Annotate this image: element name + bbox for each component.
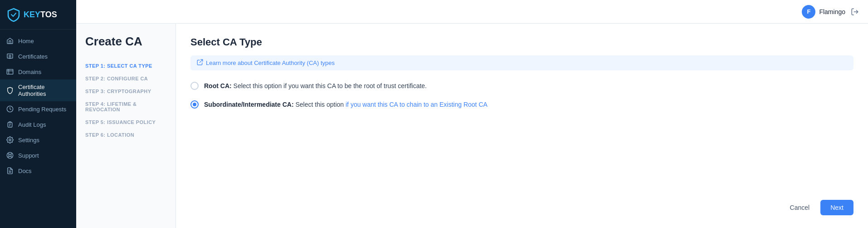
step-6: STEP 6: LOCATION [85,129,166,141]
svg-line-12 [8,153,9,154]
page-title: Create CA [85,35,166,49]
svg-line-15 [8,156,9,158]
form-panel: Select CA Type Learn more about Certific… [176,24,868,228]
sidebar-item-settings-label: Settings [18,137,39,144]
sidebar-item-certificate-authorities[interactable]: Certificate Authorities [0,79,76,101]
sidebar-item-settings[interactable]: Settings [0,132,76,148]
svg-point-11 [9,154,11,156]
sidebar-item-certificates[interactable]: Certificates [0,49,76,64]
radio-subordinate-bold: Subordinate/Intermediate CA: [204,101,294,108]
radio-group: Root CA: Select this option if you want … [190,81,853,191]
sidebar-item-certificates-label: Certificates [18,53,48,60]
svg-line-19 [200,59,203,63]
sidebar-item-audit-logs[interactable]: Audit Logs [0,117,76,132]
cancel-button[interactable]: Cancel [785,200,815,215]
svg-line-13 [11,156,12,158]
step-3: STEP 3: CRYPTOGRAPHY [85,85,166,98]
sidebar-item-home-label: Home [18,38,34,45]
svg-point-1 [9,55,11,57]
svg-rect-6 [9,122,11,123]
step-4: STEP 4: LIFETIME & REVOCATION [85,98,166,116]
svg-line-14 [11,153,12,154]
header: F Flamingo [76,0,868,24]
user-badge: F Flamingo [802,5,845,19]
radio-subordinate[interactable] [190,100,199,109]
radio-option-root[interactable]: Root CA: Select this option if you want … [190,81,853,91]
radio-root-text: Select this option if you want this CA t… [232,82,427,89]
sidebar-item-home[interactable]: Home [0,33,76,49]
radio-sub-highlight: if you want this CA to chain to an Exist… [346,101,488,108]
form-actions: Cancel Next [190,191,853,215]
svg-point-9 [9,139,11,141]
user-name: Flamingo [819,8,845,15]
sidebar-item-domains[interactable]: Domains [0,64,76,79]
step-2: STEP 2: CONFIGURE CA [85,72,166,85]
sidebar-item-pending-requests[interactable]: Pending Requests [0,101,76,117]
radio-option-subordinate[interactable]: Subordinate/Intermediate CA: Select this… [190,100,853,109]
radio-subordinate-label: Subordinate/Intermediate CA: Select this… [204,100,488,109]
next-button[interactable]: Next [820,200,853,215]
stepper-panel: Create CA STEP 1: SELECT CA TYPE STEP 2:… [76,24,176,228]
sidebar-item-audit-label: Audit Logs [18,121,46,128]
svg-rect-2 [7,69,13,74]
sidebar: KEYTOS Home Certificates Domains Certifi… [0,0,76,228]
step-1: STEP 1: SELECT CA TYPE [85,59,166,72]
sidebar-navigation: Home Certificates Domains Certificate Au… [0,30,76,228]
info-link-text: Learn more about Certificate Authority (… [206,59,335,66]
main-area: F Flamingo Create CA STEP 1: SELECT CA T… [76,0,868,228]
sidebar-item-domains-label: Domains [18,69,41,75]
avatar: F [802,5,815,19]
form-title: Select CA Type [190,36,853,48]
sidebar-item-ca-label: Certificate Authorities [18,84,70,97]
radio-root[interactable] [190,82,199,90]
logout-button[interactable] [851,8,859,16]
logo: KEYTOS [0,0,76,30]
content-area: Create CA STEP 1: SELECT CA TYPE STEP 2:… [76,24,868,228]
external-link-icon [197,59,203,67]
info-link[interactable]: Learn more about Certificate Authority (… [190,55,853,70]
sidebar-item-docs-label: Docs [18,168,32,174]
radio-root-bold: Root CA: [204,82,232,89]
sidebar-item-support[interactable]: Support [0,148,76,163]
sidebar-item-support-label: Support [18,152,39,159]
logo-text: KEYTOS [24,10,57,20]
radio-sub-pre: Select this option [294,101,346,108]
sidebar-item-pending-label: Pending Requests [18,106,66,113]
sidebar-item-docs[interactable]: Docs [0,163,76,178]
step-5: STEP 5: ISSUANCE POLICY [85,116,166,129]
radio-root-label: Root CA: Select this option if you want … [204,81,427,91]
